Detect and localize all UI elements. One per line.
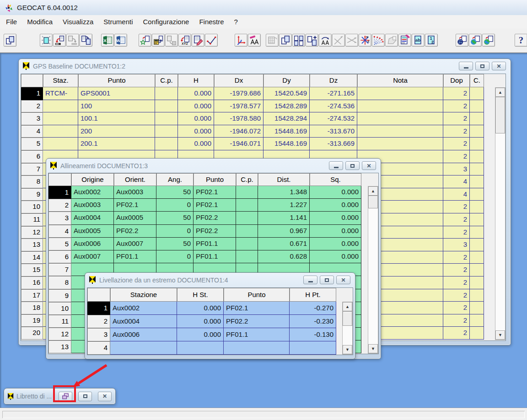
row-header[interactable]: 1 xyxy=(87,302,110,315)
cell[interactable] xyxy=(43,100,78,113)
cell[interactable]: PF02.1 xyxy=(194,199,236,212)
menu-item-file[interactable]: File xyxy=(1,16,22,27)
cell[interactable] xyxy=(43,138,78,150)
cell[interactable]: 0.000 xyxy=(310,250,361,263)
toolbar-button-export-word[interactable]: W xyxy=(114,34,127,47)
toolbar-button-intersect-directions[interactable] xyxy=(345,34,358,47)
row-header[interactable]: 3 xyxy=(87,328,110,341)
cell[interactable] xyxy=(155,100,178,113)
cell[interactable] xyxy=(357,125,443,138)
scroll-up-button[interactable]: ▲ xyxy=(368,186,378,196)
toolbar-button-compass-axes[interactable]: NE xyxy=(359,34,371,47)
toolbar-button-polygon-area[interactable] xyxy=(385,34,398,47)
toolbar-button-report-edit[interactable] xyxy=(398,34,411,47)
vertical-scrollbar[interactable]: ▲ ▼ xyxy=(342,302,353,355)
cell[interactable]: -274.536 xyxy=(310,100,357,113)
cell[interactable] xyxy=(470,201,484,213)
row-header[interactable]: 2 xyxy=(87,315,110,328)
cell[interactable]: 50 xyxy=(156,186,194,199)
row-header[interactable]: 10 xyxy=(48,302,71,315)
cell[interactable]: 2 xyxy=(443,314,470,327)
column-header-staz[interactable]: Staz. xyxy=(43,74,78,87)
cell[interactable]: -0.130 xyxy=(290,328,336,341)
cell[interactable]: 100.1 xyxy=(78,112,155,125)
cell[interactable]: 15420.549 xyxy=(264,87,310,100)
scroll-down-button[interactable]: ▼ xyxy=(343,345,352,354)
column-header-cp[interactable]: C.p. xyxy=(155,74,178,87)
row-header[interactable]: 1 xyxy=(21,87,43,100)
toolbar-button-xyz-coordinates[interactable]: XYZ xyxy=(178,34,191,47)
toolbar-button-export-to-instrument[interactable] xyxy=(66,34,79,47)
cell[interactable]: Aux0004 xyxy=(110,315,177,328)
cell[interactable]: 2 xyxy=(443,112,470,125)
row-header[interactable]: 6 xyxy=(21,150,43,163)
corner-header[interactable] xyxy=(48,173,71,186)
scroll-up-button[interactable]: ▲ xyxy=(495,88,505,97)
cell[interactable] xyxy=(43,112,78,125)
cell[interactable] xyxy=(470,226,484,239)
row-header[interactable]: 11 xyxy=(21,213,43,226)
toolbar-button-import-from-instrument[interactable] xyxy=(53,34,66,47)
cell[interactable]: 2 xyxy=(443,87,470,100)
cell[interactable] xyxy=(110,341,177,355)
cell[interactable] xyxy=(155,87,178,100)
cell[interactable]: 0.000 xyxy=(177,328,224,341)
cell[interactable] xyxy=(155,125,178,138)
cell[interactable]: PF02.2 xyxy=(194,212,236,224)
cell[interactable]: 15448.169 xyxy=(264,125,310,138)
cell[interactable]: 2 xyxy=(443,138,470,150)
row-header[interactable]: 8 xyxy=(48,276,71,289)
row-header[interactable]: 4 xyxy=(87,341,110,355)
column-header-punto[interactable]: Punto xyxy=(78,74,155,87)
cell[interactable]: PF01.1 xyxy=(114,250,156,263)
toolbar-button-copy-document[interactable] xyxy=(80,34,92,47)
gps-titlebar[interactable]: GPS Baseline DOCUMENTO1:2 ✕ xyxy=(19,59,511,73)
cell[interactable]: PF02.2 xyxy=(194,225,236,238)
column-header-h[interactable]: H xyxy=(178,74,214,87)
menu-item-strumenti[interactable]: Strumenti xyxy=(98,16,138,27)
maximize-button[interactable] xyxy=(320,276,334,284)
cell[interactable]: 2 xyxy=(443,276,470,289)
row-header[interactable]: 17 xyxy=(21,289,43,302)
toolbar-button-arc-measure[interactable] xyxy=(319,34,332,47)
row-header[interactable]: 8 xyxy=(21,175,43,188)
cell[interactable]: 0.000 xyxy=(310,225,361,238)
cell[interactable] xyxy=(224,341,290,355)
cell[interactable] xyxy=(290,341,336,355)
window-libretto-minimized[interactable]: Libretto di ... ✕ xyxy=(4,388,116,404)
cell[interactable]: 15448.169 xyxy=(264,138,310,150)
row-header[interactable]: 3 xyxy=(21,112,43,125)
toolbar-button-globe-dark[interactable] xyxy=(456,34,468,47)
cell[interactable]: 2 xyxy=(443,201,470,213)
cell[interactable]: 200.1 xyxy=(78,138,155,150)
row-header[interactable]: 5 xyxy=(21,138,43,150)
cell[interactable]: 3 xyxy=(443,239,470,251)
column-header-dz[interactable]: Dz xyxy=(310,74,357,87)
scrollbar-track[interactable] xyxy=(368,196,378,344)
cell[interactable] xyxy=(470,138,484,150)
cell[interactable] xyxy=(470,188,484,201)
cell[interactable]: 1.348 xyxy=(258,186,310,199)
toolbar-button-axes-tool[interactable] xyxy=(235,34,247,47)
row-header[interactable]: 4 xyxy=(21,125,43,138)
row-header[interactable]: 12 xyxy=(21,226,43,239)
close-button[interactable]: ✕ xyxy=(98,392,112,401)
row-header[interactable]: 7 xyxy=(21,163,43,176)
cell[interactable]: 0.000 xyxy=(177,302,224,315)
row-header[interactable]: 15 xyxy=(21,264,43,276)
cell[interactable] xyxy=(470,100,484,113)
cell[interactable] xyxy=(236,250,258,263)
row-header[interactable]: 14 xyxy=(21,251,43,264)
livellazione-titlebar[interactable]: Livellazione da un estremo DOCUMENTO1:4 … xyxy=(85,273,355,287)
row-header[interactable]: 1 xyxy=(48,186,71,199)
cell[interactable]: 2 xyxy=(443,289,470,302)
cell[interactable]: -274.532 xyxy=(310,112,357,125)
row-header[interactable]: 5 xyxy=(48,238,71,250)
cell[interactable]: -313.670 xyxy=(310,125,357,138)
cell[interactable]: 50 xyxy=(156,238,194,250)
scroll-up-button[interactable]: ▲ xyxy=(343,302,352,311)
cell[interactable]: PF02.1 xyxy=(224,302,290,315)
cell[interactable]: 0.000 xyxy=(178,112,214,125)
cell[interactable]: GPS0001 xyxy=(78,87,155,100)
maximize-button[interactable] xyxy=(475,62,489,70)
